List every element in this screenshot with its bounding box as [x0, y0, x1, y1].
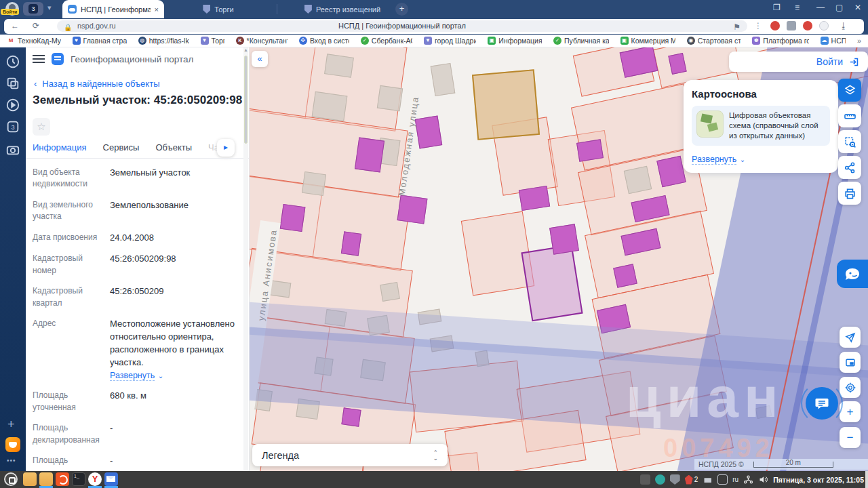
- field-row: Кадастровый номер45:26:050209:98: [33, 253, 239, 277]
- profile-login-badge[interactable]: Войти: [1, 9, 19, 15]
- new-tab-button[interactable]: +: [395, 3, 408, 16]
- bookmark-item[interactable]: К*КонсультантПл: [236, 37, 288, 45]
- shield-tray-icon[interactable]: [670, 474, 680, 485]
- tab-information[interactable]: Информация: [33, 142, 87, 159]
- expand-address-link[interactable]: Развернуть: [110, 371, 155, 381]
- show-desktop-button[interactable]: [865, 471, 868, 488]
- locate-button[interactable]: [840, 327, 861, 348]
- tabs-icon[interactable]: [5, 76, 20, 91]
- app-tray-icon[interactable]: [655, 474, 665, 485]
- volume-tray-icon[interactable]: [758, 474, 768, 485]
- coordinate-search-button[interactable]: [840, 377, 861, 398]
- play-icon[interactable]: [5, 98, 20, 113]
- back-icon[interactable]: ←: [11, 20, 19, 32]
- menu-icon[interactable]: ≡: [795, 3, 800, 12]
- menu-burger-icon[interactable]: [33, 55, 45, 63]
- clock[interactable]: Пятница, 3 окт 2025, 11:05: [773, 476, 864, 484]
- bookmark-item[interactable]: MТехноКад-Муниц: [7, 37, 61, 45]
- collapse-panel-button[interactable]: «: [252, 51, 268, 67]
- bookmark-item[interactable]: ✓Публичная кадас: [553, 37, 609, 45]
- login-bar[interactable]: Войти: [729, 52, 868, 72]
- check-icon: ✓: [361, 37, 369, 45]
- browser-app-icon[interactable]: [56, 472, 69, 486]
- tab-torgi[interactable]: Торги: [178, 0, 259, 18]
- refresh-icon[interactable]: ⟳: [33, 20, 39, 32]
- area-measure-button[interactable]: [838, 130, 861, 153]
- history-icon[interactable]: [5, 54, 20, 69]
- more-icon[interactable]: •••: [7, 457, 16, 464]
- tab-reestr[interactable]: Реестр извещений: [292, 0, 393, 18]
- minimize-button[interactable]: —: [816, 3, 825, 12]
- close-button[interactable]: ✕: [854, 3, 861, 12]
- bookmarks-overflow-button[interactable]: »: [857, 37, 861, 45]
- tab-count-button[interactable]: 3: [23, 2, 43, 16]
- tab-active[interactable]: НСПД | Геоинформаци ×: [62, 0, 164, 18]
- files-app-icon[interactable]: [23, 472, 37, 486]
- extension-shield-icon[interactable]: [787, 21, 796, 30]
- parcel-title: Земельный участок: 45:26:050209:98: [33, 94, 242, 107]
- url-field[interactable]: 🔒 nspd.gov.ru НСПД | Геоинформационный п…: [57, 20, 747, 32]
- bookmark-item[interactable]: ◉Стартовая стран: [687, 37, 741, 45]
- chat-button[interactable]: [806, 387, 838, 420]
- attribution-text: НСПД 2025 ©: [698, 460, 744, 468]
- bookmark-item[interactable]: ✣Вход в систему: [299, 37, 349, 45]
- map-canvas[interactable]: Молодёжная улица улица Анисимова циан 00…: [250, 47, 868, 471]
- screenshot-icon[interactable]: [5, 142, 20, 157]
- printer-tray-icon[interactable]: [703, 474, 713, 485]
- share-button[interactable]: [838, 156, 861, 179]
- map-building: [431, 63, 456, 96]
- terminal-app-icon[interactable]: 1_: [72, 472, 85, 486]
- legend-bar[interactable]: Легенда ⌃⌄: [252, 444, 448, 466]
- back-to-results-link[interactable]: ‹ Назад в найденные объекты: [34, 79, 159, 89]
- tab-separator: [277, 4, 277, 14]
- kebab-icon[interactable]: ⋮: [754, 20, 762, 32]
- zoom-out-button[interactable]: −: [840, 427, 861, 448]
- layers-button[interactable]: [838, 79, 861, 102]
- overview-map-button[interactable]: [840, 352, 861, 373]
- bookmark-item[interactable]: ▣Информация о р: [488, 37, 542, 45]
- extension-pin-icon[interactable]: [770, 21, 780, 30]
- yandex-app-icon[interactable]: [5, 437, 20, 452]
- print-button[interactable]: [838, 182, 861, 205]
- mascot-assistant-tab[interactable]: [837, 260, 868, 288]
- map-attribution: НСПД 2025 © 20 m: [694, 459, 868, 470]
- bookmark-flag-icon[interactable]: ⚑: [733, 22, 741, 33]
- maximize-button[interactable]: ▢: [835, 3, 843, 12]
- plus-icon[interactable]: +: [7, 418, 15, 432]
- tab-close-icon[interactable]: ×: [155, 5, 159, 14]
- bookmark-item[interactable]: ▼город Шадринск: [424, 37, 476, 45]
- notification-tray-icon[interactable]: 2: [685, 475, 698, 485]
- tab-services[interactable]: Сервисы: [103, 142, 140, 159]
- start-menu-icon[interactable]: [4, 472, 18, 486]
- yandex-browser-icon[interactable]: Y: [88, 472, 102, 486]
- panels-icon[interactable]: ❐: [773, 3, 781, 12]
- tab-objects[interactable]: Объекты: [155, 142, 192, 159]
- ruler-button[interactable]: [838, 104, 861, 127]
- selected-parcel[interactable]: [521, 245, 583, 322]
- chevron-down-icon[interactable]: ▾: [47, 3, 52, 12]
- back-arrow-icon: ‹: [34, 79, 37, 89]
- counter-icon[interactable]: 3: [5, 119, 20, 134]
- panel-scrollbar[interactable]: ▲: [243, 47, 248, 471]
- network-tray-icon[interactable]: [743, 474, 753, 485]
- tabs-next-button[interactable]: ▸: [217, 139, 235, 157]
- bookmark-item[interactable]: ▣Коммерция МО.х: [620, 37, 675, 45]
- bookmark-item[interactable]: ◍https://fias-lk.nal: [138, 37, 189, 45]
- language-indicator[interactable]: ru: [732, 476, 738, 483]
- extension-pin-icon[interactable]: [803, 21, 812, 30]
- download-icon[interactable]: ⭳: [840, 20, 848, 32]
- bookmark-item[interactable]: ☁НСПД: [821, 37, 846, 45]
- favorite-star-button[interactable]: ☆: [33, 118, 50, 136]
- folder-app-icon[interactable]: [39, 472, 53, 486]
- mail-app-icon[interactable]: [104, 472, 118, 486]
- basemap-expand-link[interactable]: Развернуть: [692, 155, 736, 165]
- basemap-option[interactable]: Цифровая объектовая схема (справочный сл…: [692, 106, 830, 146]
- bookmark-item[interactable]: ▼Торги: [201, 37, 224, 45]
- panel-tray-icon[interactable]: [717, 474, 728, 485]
- bookmark-item[interactable]: ♚Платформа госуд: [752, 37, 808, 45]
- grid-tray-icon[interactable]: [640, 474, 650, 485]
- bookmark-item[interactable]: ♥Главная страниц: [73, 37, 127, 45]
- map-parcel-tan[interactable]: [472, 69, 540, 140]
- protect-icon[interactable]: [819, 21, 829, 30]
- bookmark-item[interactable]: ✓Сбербанк-АСТ -: [361, 37, 412, 45]
